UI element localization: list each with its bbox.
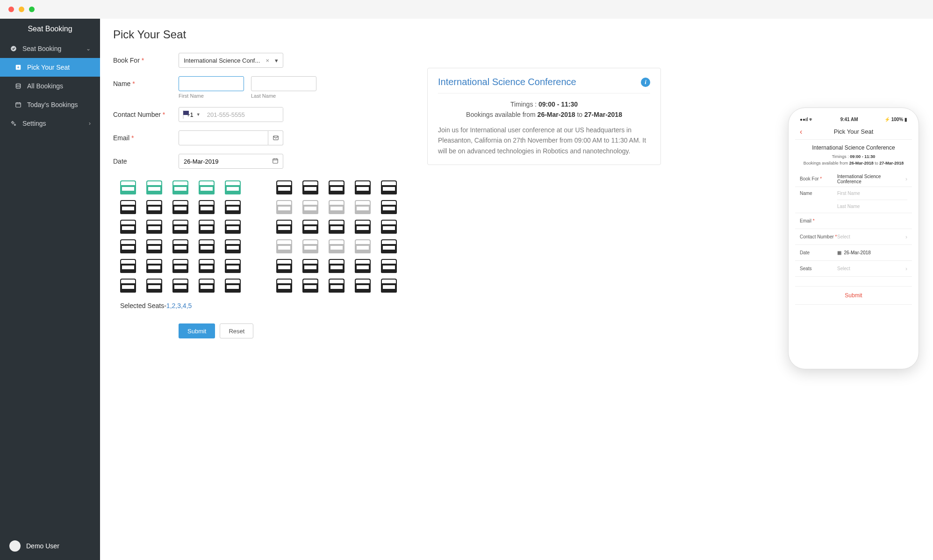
seat[interactable] xyxy=(329,220,344,234)
name-label: Name * xyxy=(113,76,179,87)
book-for-select[interactable]: International Science Conf... × ▾ xyxy=(179,53,283,68)
mobile-book-for-row[interactable]: Book For * International Science Confere… xyxy=(795,171,912,187)
seat[interactable] xyxy=(146,259,162,273)
seat[interactable] xyxy=(381,259,397,273)
seat[interactable] xyxy=(199,259,215,273)
info-icon[interactable]: i xyxy=(641,78,650,87)
sidebar-item-settings[interactable]: Settings › xyxy=(0,114,100,133)
seat[interactable] xyxy=(355,180,371,194)
seat[interactable] xyxy=(172,180,188,194)
seat[interactable] xyxy=(302,259,318,273)
first-name-input[interactable] xyxy=(179,76,244,91)
last-name-input[interactable] xyxy=(251,76,316,91)
envelope-icon xyxy=(273,135,279,141)
seat[interactable] xyxy=(355,259,371,273)
mobile-submit-button[interactable]: Submit xyxy=(795,286,912,305)
seat[interactable] xyxy=(329,259,344,273)
seat[interactable] xyxy=(276,259,292,273)
sidebar-item-all-bookings[interactable]: All Bookings xyxy=(0,77,100,95)
seat[interactable] xyxy=(146,180,162,194)
caret-down-icon[interactable]: ▼ xyxy=(196,112,201,117)
seat[interactable] xyxy=(302,220,318,234)
mobile-preview: ●●ıl ᯤ 9:41 AM ⚡ 100% ▮ ‹ Pick Your Seat… xyxy=(788,108,919,369)
seat[interactable] xyxy=(199,220,215,234)
book-for-value: International Science Conf... xyxy=(184,57,260,64)
seat[interactable] xyxy=(172,279,188,293)
seat[interactable] xyxy=(381,180,397,194)
seat[interactable] xyxy=(225,200,241,214)
seat[interactable] xyxy=(199,180,215,194)
seat[interactable] xyxy=(381,239,397,253)
sidebar-item-pick-your-seat[interactable]: Pick Your Seat xyxy=(0,58,100,77)
seat[interactable] xyxy=(146,239,162,253)
sidebar-user[interactable]: Demo User xyxy=(0,532,100,560)
seat[interactable] xyxy=(172,239,188,253)
sidebar-item-seat-booking[interactable]: Seat Booking ⌄ xyxy=(0,39,100,58)
back-icon[interactable]: ‹ xyxy=(800,128,802,136)
seat[interactable] xyxy=(120,279,136,293)
phone-input-group[interactable]: +1 ▼ xyxy=(179,107,283,122)
seat[interactable] xyxy=(302,279,318,293)
sidebar-item-label: Settings xyxy=(22,120,46,127)
mobile-email-row[interactable]: Email * xyxy=(795,213,912,229)
reset-button[interactable]: Reset xyxy=(220,323,253,338)
seat[interactable] xyxy=(146,279,162,293)
date-input[interactable] xyxy=(179,154,283,169)
seat[interactable] xyxy=(355,220,371,234)
calendar-icon: ▦ xyxy=(837,250,841,255)
seat[interactable] xyxy=(172,220,188,234)
svg-point-2 xyxy=(16,84,20,86)
sidebar-item-todays-bookings[interactable]: Today's Bookings xyxy=(0,95,100,114)
seat[interactable] xyxy=(146,200,162,214)
phone-number-input[interactable] xyxy=(203,108,283,122)
mobile-contact-row[interactable]: Contact Number * Select › xyxy=(795,229,912,245)
seat[interactable] xyxy=(120,220,136,234)
email-input[interactable] xyxy=(179,130,268,145)
clear-icon[interactable]: × xyxy=(263,57,272,64)
mobile-date-row[interactable]: Date ▦ 26-Mar-2018 xyxy=(795,245,912,261)
calendar-icon xyxy=(14,101,22,108)
seat[interactable] xyxy=(329,180,344,194)
seat xyxy=(355,200,371,214)
chevron-right-icon: › xyxy=(905,266,907,272)
seat[interactable] xyxy=(120,239,136,253)
seat[interactable] xyxy=(225,279,241,293)
caret-down-icon[interactable]: ▾ xyxy=(272,57,278,64)
mobile-seats-row[interactable]: Seats Select › xyxy=(795,261,912,277)
submit-button[interactable]: Submit xyxy=(179,323,215,338)
contact-label: Contact Number * xyxy=(113,107,179,118)
seat[interactable] xyxy=(276,180,292,194)
mobile-name-row[interactable]: Name First Name Last Name xyxy=(795,187,912,213)
mobile-time: 9:41 AM xyxy=(840,117,858,122)
seat[interactable] xyxy=(199,239,215,253)
traffic-light-minimize[interactable] xyxy=(19,7,24,12)
sidebar-item-label: Today's Bookings xyxy=(27,101,78,108)
email-icon-button[interactable] xyxy=(268,130,283,145)
seat[interactable] xyxy=(276,279,292,293)
seat[interactable] xyxy=(146,220,162,234)
seat[interactable] xyxy=(120,259,136,273)
mobile-nav-title: Pick Your Seat xyxy=(834,128,874,135)
seat[interactable] xyxy=(120,180,136,194)
seat[interactable] xyxy=(355,279,371,293)
mobile-form: Book For * International Science Confere… xyxy=(795,171,912,277)
seat[interactable] xyxy=(381,279,397,293)
seat[interactable] xyxy=(381,220,397,234)
seat[interactable] xyxy=(381,200,397,214)
seat[interactable] xyxy=(199,279,215,293)
seat[interactable] xyxy=(276,220,292,234)
seat[interactable] xyxy=(225,220,241,234)
traffic-light-zoom[interactable] xyxy=(29,7,35,12)
sidebar-item-label: All Bookings xyxy=(27,82,63,90)
seat[interactable] xyxy=(302,180,318,194)
seat[interactable] xyxy=(120,200,136,214)
seat[interactable] xyxy=(225,239,241,253)
seat[interactable] xyxy=(199,200,215,214)
seat[interactable] xyxy=(172,200,188,214)
seat[interactable] xyxy=(225,259,241,273)
seat[interactable] xyxy=(172,259,188,273)
seat[interactable] xyxy=(329,279,344,293)
seat[interactable] xyxy=(225,180,241,194)
event-title: International Science Conference xyxy=(438,77,576,87)
traffic-light-close[interactable] xyxy=(8,7,14,12)
